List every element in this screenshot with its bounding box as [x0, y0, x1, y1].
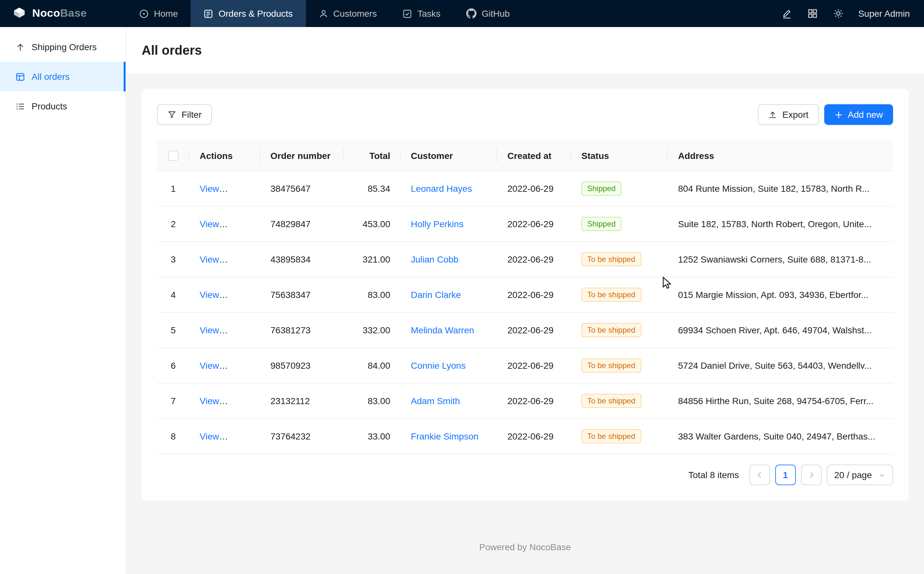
- pagination-page-1[interactable]: 1: [775, 465, 796, 486]
- table-row: 4 ViewEdit 75638347 83.00 Darin Clarke 2…: [157, 278, 893, 313]
- status-cell: To be shipped: [571, 348, 668, 383]
- orders-table: Actions Order number Total Customer Crea…: [157, 140, 893, 455]
- table-row: 3 ViewEdit 43895834 321.00 Julian Cobb 2…: [157, 242, 893, 278]
- edit-link[interactable]: Edit: [235, 396, 251, 406]
- column-header-actions: Actions: [189, 140, 260, 171]
- status-cell: To be shipped: [571, 383, 668, 419]
- table-icon: [16, 72, 25, 81]
- gear-icon[interactable]: [828, 3, 849, 24]
- filter-icon: [167, 110, 177, 119]
- add-new-button[interactable]: Add new: [824, 104, 893, 125]
- column-header-status: Status: [571, 140, 668, 171]
- customer-link[interactable]: Julian Cobb: [411, 254, 458, 265]
- customer-link[interactable]: Frankie Simpson: [411, 432, 479, 442]
- nav-item-tasks[interactable]: Tasks: [390, 0, 453, 27]
- row-index: 2: [157, 207, 189, 242]
- actions-cell: ViewEdit: [189, 242, 260, 278]
- address-cell: Suite 182, 15783, North Robert, Oregon, …: [668, 207, 893, 242]
- order-number-cell: 74829847: [260, 207, 344, 242]
- total-cell: 321.00: [344, 242, 401, 278]
- total-cell: 83.00: [344, 383, 401, 419]
- status-badge: To be shipped: [581, 252, 641, 267]
- status-badge: To be shipped: [581, 323, 641, 337]
- customer-cell: Darin Clarke: [401, 278, 497, 313]
- edit-link[interactable]: Edit: [235, 219, 251, 229]
- export-button[interactable]: Export: [758, 104, 819, 125]
- customer-link[interactable]: Melinda Warren: [411, 325, 474, 336]
- edit-link[interactable]: Edit: [235, 184, 251, 194]
- created-at-cell: 2022-06-29: [497, 242, 571, 278]
- created-at-cell: 2022-06-29: [497, 419, 571, 454]
- customer-cell: Adam Smith: [401, 383, 497, 419]
- edit-link[interactable]: Edit: [235, 325, 251, 336]
- powered-by-text: Powered by NocoBase: [479, 542, 571, 552]
- grid-icon[interactable]: [802, 3, 824, 24]
- pen-icon[interactable]: [776, 3, 798, 24]
- customer-link[interactable]: Adam Smith: [411, 396, 460, 406]
- filter-button[interactable]: Filter: [157, 104, 212, 125]
- column-header-order-number: Order number: [260, 140, 344, 171]
- page-size-select[interactable]: 20 / page: [826, 465, 893, 486]
- column-header-customer: Customer: [401, 140, 497, 171]
- chevron-down-icon: [878, 472, 885, 479]
- status-cell: To be shipped: [571, 278, 668, 313]
- user-menu[interactable]: Super Admin: [858, 8, 910, 19]
- row-index: 4: [157, 278, 189, 313]
- customer-link[interactable]: Holly Perkins: [411, 219, 463, 229]
- table-toolbar: Filter Export: [157, 104, 893, 125]
- customer-link[interactable]: Connie Lyons: [411, 361, 466, 371]
- customer-link[interactable]: Darin Clarke: [411, 290, 461, 300]
- chevron-right-icon: [807, 472, 815, 479]
- view-link[interactable]: View: [200, 184, 228, 194]
- nav-item-github[interactable]: GitHub: [453, 0, 523, 27]
- export-button-label: Export: [782, 109, 809, 120]
- brand-name: NocoBase: [32, 7, 87, 20]
- view-link[interactable]: View: [200, 325, 228, 336]
- actions-cell: ViewEdit: [189, 419, 260, 454]
- nav-item-home[interactable]: Home: [126, 0, 191, 27]
- pagination-next-button[interactable]: [801, 465, 821, 486]
- pagination-prev-button[interactable]: [749, 465, 770, 486]
- home-icon: [139, 9, 149, 18]
- nav-item-orders-products[interactable]: Orders & Products: [191, 0, 306, 27]
- nav-item-label: GitHub: [482, 8, 510, 19]
- actions-cell: ViewEdit: [189, 278, 260, 313]
- nocobase-logo[interactable]: NocoBase: [0, 0, 126, 27]
- sidebar-item-shipping-orders[interactable]: Shipping Orders: [0, 32, 126, 62]
- customer-cell: Holly Perkins: [401, 207, 497, 242]
- edit-link[interactable]: Edit: [235, 254, 251, 265]
- nav-item-label: Tasks: [417, 8, 441, 19]
- edit-link[interactable]: Edit: [235, 432, 251, 442]
- filter-button-label: Filter: [182, 109, 202, 120]
- edit-link[interactable]: Edit: [235, 361, 251, 371]
- address-cell: 015 Margie Mission, Apt. 093, 34936, Ebe…: [668, 278, 893, 313]
- content-area: Filter Export: [126, 73, 924, 574]
- view-link[interactable]: View: [200, 290, 228, 300]
- navbar-actions: Super Admin: [776, 0, 924, 27]
- status-badge: To be shipped: [581, 429, 641, 444]
- edit-link[interactable]: Edit: [235, 290, 251, 300]
- app-window: NocoBase Home Orders & Products Customer…: [0, 0, 924, 574]
- customer-cell: Frankie Simpson: [401, 419, 497, 454]
- view-link[interactable]: View: [200, 432, 228, 442]
- customer-cell: Julian Cobb: [401, 242, 497, 278]
- view-link[interactable]: View: [200, 361, 228, 371]
- sidebar-item-label: Products: [32, 101, 67, 111]
- sidebar-item-products[interactable]: Products: [0, 91, 126, 121]
- sidebar-item-all-orders[interactable]: All orders: [0, 62, 126, 91]
- status-cell: Shipped: [571, 207, 668, 242]
- created-at-cell: 2022-06-29: [497, 383, 571, 419]
- sidebar: Shipping Orders All orders Products: [0, 27, 126, 574]
- nav-item-customers[interactable]: Customers: [306, 0, 390, 27]
- order-number-cell: 76381273: [260, 313, 344, 348]
- pagination-total: Total 8 items: [688, 470, 739, 480]
- chevron-left-icon: [756, 472, 763, 479]
- select-all-checkbox[interactable]: [168, 151, 178, 161]
- export-icon: [768, 110, 777, 119]
- view-link[interactable]: View: [200, 396, 228, 406]
- view-link[interactable]: View: [200, 254, 228, 265]
- customer-link[interactable]: Leonard Hayes: [411, 184, 472, 194]
- status-badge: To be shipped: [581, 394, 641, 408]
- tasks-icon: [403, 9, 412, 18]
- view-link[interactable]: View: [200, 219, 228, 229]
